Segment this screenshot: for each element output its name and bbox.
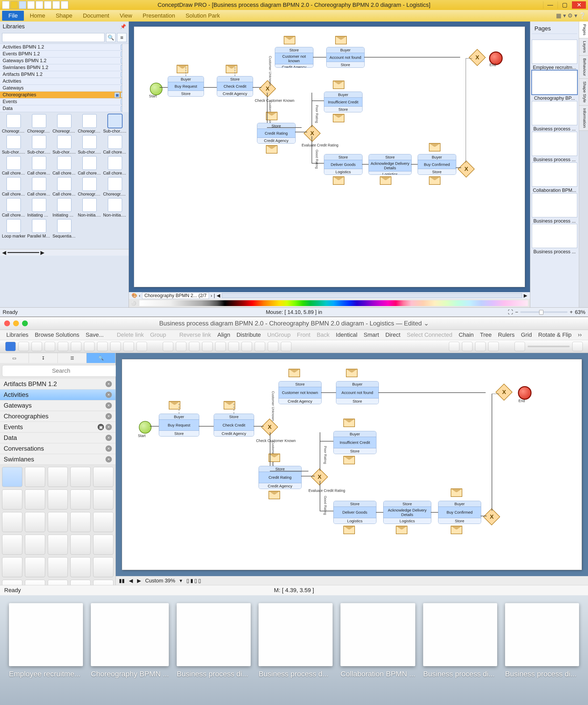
- lib-cat[interactable]: Activities: [3, 79, 21, 84]
- sidetab-shape-style[interactable]: Shape Style: [579, 79, 588, 105]
- view-tab[interactable]: ▭: [0, 353, 29, 363]
- sidetab-layers[interactable]: Layers: [579, 38, 588, 56]
- view-tab[interactable]: 🔍: [87, 353, 116, 363]
- tab-solution-park[interactable]: Solution Park: [181, 11, 225, 21]
- shape-item[interactable]: Call choreogr...: [52, 177, 76, 197]
- shape-item[interactable]: Call choreogr...: [27, 177, 51, 197]
- task-ack_delivery[interactable]: StoreAcknowledge Delivery DetailsLogisti…: [369, 154, 412, 175]
- zoom-in-icon[interactable]: +: [570, 309, 573, 315]
- mac-titlebar[interactable]: Business process diagram BPMN 2.0 - Chor…: [0, 317, 588, 330]
- qat-icon[interactable]: [52, 1, 60, 9]
- scrollbar[interactable]: [122, 44, 129, 112]
- tab-view[interactable]: View: [115, 11, 137, 21]
- shape-item[interactable]: Sub-chor... - loop - c...: [2, 135, 26, 154]
- close-button[interactable]: ✕: [572, 1, 586, 9]
- tool-button[interactable]: [281, 342, 291, 351]
- shape-item[interactable]: Loop marker: [2, 219, 26, 239]
- shape-item[interactable]: Call choreogr...: [27, 156, 51, 176]
- task-credit_rating[interactable]: StoreCredit RatingCredit Agency: [257, 123, 296, 144]
- qat-icon[interactable]: [19, 1, 26, 9]
- drawing-canvas[interactable]: StartBuyerBuy RequestStoreStoreCheck Cre…: [122, 359, 582, 570]
- thumbnail-card[interactable]: Business process d...: [259, 603, 332, 678]
- cat[interactable]: Choreographies: [4, 413, 49, 420]
- gateway[interactable]: X: [259, 80, 276, 97]
- lib-cat[interactable]: Gateways: [3, 85, 24, 91]
- tool-button[interactable]: [215, 342, 226, 351]
- close-icon[interactable]: [4, 321, 10, 326]
- diagram[interactable]: StartBuyerBuy RequestStoreStoreCheck Cre…: [141, 34, 518, 280]
- page-thumb[interactable]: Choreography BP...: [532, 70, 577, 101]
- shape-item[interactable]: Choreogr... task - par...: [78, 114, 102, 134]
- qat-icon[interactable]: [61, 1, 68, 9]
- task-acct_not_found[interactable]: BuyerAccount not foundStore: [326, 47, 365, 68]
- remove-icon[interactable]: ×: [105, 435, 112, 441]
- cat[interactable]: Conversations: [4, 445, 44, 452]
- gateway[interactable]: X: [304, 125, 320, 142]
- tab-presentation[interactable]: Presentation: [138, 11, 180, 21]
- shape-item[interactable]: [25, 580, 45, 585]
- shape-item[interactable]: [48, 512, 68, 532]
- shape-item[interactable]: Non-initia... message t...: [78, 198, 102, 218]
- cat[interactable]: Gateways: [4, 402, 32, 409]
- eyedropper-icon[interactable]: [475, 342, 486, 351]
- remove-icon[interactable]: ×: [105, 381, 112, 387]
- shape-item[interactable]: [93, 512, 114, 532]
- search-button[interactable]: 🔍: [106, 33, 116, 42]
- tool-button[interactable]: [268, 342, 278, 351]
- shape-item[interactable]: [70, 557, 91, 577]
- task-buy_confirmed[interactable]: BuyerBuy ConfirmedStore: [438, 501, 481, 524]
- cat[interactable]: Data: [4, 434, 17, 441]
- cat[interactable]: Events: [4, 423, 23, 431]
- shape-item[interactable]: [70, 489, 91, 510]
- task-buy_request[interactable]: BuyerBuy RequestStore: [168, 76, 204, 97]
- menu-item[interactable]: Tree: [480, 331, 492, 338]
- shape-item[interactable]: Parallel MI marker: [27, 219, 51, 239]
- lib-cat[interactable]: Artifacts BPMN 1.2: [3, 72, 43, 77]
- cat[interactable]: Swimlanes: [4, 456, 34, 463]
- lib-cat[interactable]: Events: [3, 99, 17, 104]
- thumbnail-card[interactable]: Business process di...: [177, 603, 251, 678]
- task-cust_not_known[interactable]: StoreCustomer not knownCredit Agency: [275, 47, 313, 68]
- task-cust_not_known[interactable]: StoreCustomer not knownCredit Agency: [278, 381, 322, 404]
- shape-item[interactable]: [48, 489, 68, 510]
- collapse-icon[interactable]: ▣: [115, 92, 120, 98]
- task-ack_delivery[interactable]: StoreAcknowledge Delivery DetailsLogisti…: [383, 501, 431, 524]
- shape-item[interactable]: [48, 580, 68, 585]
- shape-item[interactable]: [93, 467, 114, 487]
- gateway[interactable]: X: [468, 49, 486, 66]
- task-buy_confirmed[interactable]: BuyerBuy ConfirmedStore: [418, 154, 456, 175]
- palette-gradient[interactable]: [139, 300, 528, 306]
- tool-button[interactable]: [71, 342, 81, 351]
- task-deliver_goods[interactable]: StoreDeliver GoodsLogistics: [333, 501, 376, 524]
- maximize-icon[interactable]: [22, 321, 28, 326]
- menu-item[interactable]: Align: [217, 331, 230, 338]
- shape-item[interactable]: Sub-chor... - collapsed: [103, 114, 127, 134]
- zoom-slider[interactable]: [528, 346, 570, 347]
- qat-icon[interactable]: [36, 1, 43, 9]
- ribbon-right-tools[interactable]: ▦ ▾ ⚙ ▾ ❔: [556, 12, 586, 19]
- shape-item[interactable]: [25, 557, 45, 577]
- shape-item[interactable]: Choreogr... task - sequ...: [52, 114, 76, 134]
- shape-item[interactable]: Initiating messag...: [27, 198, 51, 218]
- traffic-lights[interactable]: [4, 321, 28, 326]
- next-icon[interactable]: ▶: [137, 577, 141, 584]
- menu-item[interactable]: Reverse link: [179, 331, 211, 338]
- diagram[interactable]: StartBuyerBuy RequestStoreStoreCheck Cre…: [129, 366, 575, 563]
- pause-icon[interactable]: ▮▮: [119, 577, 125, 584]
- shape-item[interactable]: [25, 489, 45, 510]
- tool-button[interactable]: [202, 342, 213, 351]
- lib-cat[interactable]: Events BPMN 1.2: [3, 51, 40, 57]
- shape-item[interactable]: Sub-chor... - expanded: [78, 135, 102, 154]
- thumbnail-card[interactable]: Choreography BPMN ...: [91, 603, 169, 678]
- task-check_credit[interactable]: StoreCheck CreditCredit Agency: [217, 76, 253, 97]
- shape-item[interactable]: [2, 535, 22, 555]
- task-buy_request[interactable]: BuyerBuy RequestStore: [159, 414, 199, 437]
- menu-item[interactable]: Rulers: [498, 331, 515, 338]
- menu-item[interactable]: Distribute: [236, 331, 261, 338]
- shape-item[interactable]: Choreogr... task - loop: [27, 114, 51, 134]
- qat-icon[interactable]: [44, 1, 51, 9]
- shape-item[interactable]: [93, 580, 114, 585]
- task-insuff_credit[interactable]: BuyerInsufficient CreditStore: [333, 431, 376, 454]
- task-insuff_credit[interactable]: BuyerInsufficient CreditStore: [324, 92, 363, 112]
- qat-icon[interactable]: [2, 1, 9, 9]
